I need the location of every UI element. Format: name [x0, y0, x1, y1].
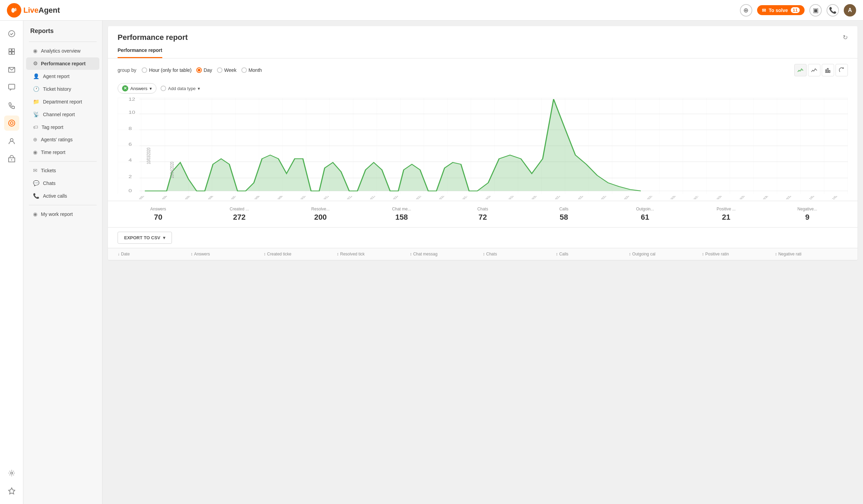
svg-text:10: 10 — [129, 110, 135, 115]
date-label: 10/13 — [368, 196, 374, 199]
sort-arrow-chat-messages: ↕ — [410, 252, 412, 256]
chats-icon: 💬 — [33, 180, 40, 186]
nav-item-settings[interactable] — [4, 465, 19, 481]
stat-resolved: Resolve... 200 — [280, 207, 361, 222]
date-label: 10/16 — [437, 196, 443, 199]
radio-week[interactable]: Week — [217, 67, 237, 73]
sidebar-item-performance-report[interactable]: ⚙ Performance report — [26, 57, 99, 70]
sidebar-item-agents-ratings[interactable]: ⊕ Agents' ratings — [26, 133, 99, 146]
sort-arrow-outgoing: ↕ — [629, 252, 631, 256]
export-csv-button[interactable]: EXPORT TO CSV ▾ — [118, 232, 172, 244]
table-header-row: ↓ Date ↕ Answers ↕ Created ticke ↕ Resol… — [108, 248, 857, 260]
col-outgoing-label: Outgoing cal — [632, 252, 655, 256]
radio-group: Hour (only for table) Day Week — [142, 67, 262, 73]
to-solve-button[interactable]: ✉ To solve 11 — [757, 5, 805, 15]
chart-area-btn[interactable] — [794, 64, 807, 76]
radio-hour[interactable]: Hour (only for table) — [142, 67, 192, 73]
sort-arrow-negative: ↕ — [775, 252, 777, 256]
answers-chip-remove[interactable]: ✕ — [122, 85, 128, 91]
stat-calls-value: 58 — [523, 213, 604, 222]
chart-line-btn[interactable] — [808, 64, 820, 76]
nav-item-company[interactable] — [4, 151, 19, 166]
user-avatar[interactable]: A — [844, 4, 856, 17]
sort-arrow-chats: ↕ — [483, 252, 485, 256]
report-title: Performance report — [118, 33, 188, 42]
tab-performance[interactable]: Performance report — [118, 43, 162, 58]
radio-month[interactable]: Month — [241, 67, 262, 73]
table-col-calls[interactable]: ↕ Calls — [556, 252, 629, 256]
sidebar-item-agent-report[interactable]: 👤 Agent report — [26, 70, 99, 83]
svg-point-10 — [9, 120, 15, 126]
stat-negative-value: 9 — [767, 213, 848, 222]
calls-button[interactable]: 📞 — [827, 4, 839, 17]
chart-svg: 12 10 8 6 4 2 0 — [118, 98, 848, 194]
date-label: 10/28 — [715, 196, 721, 199]
refresh-button[interactable]: ↻ — [843, 34, 848, 41]
radio-day[interactable]: Day — [196, 67, 212, 73]
group-by-label: group by — [118, 67, 136, 73]
sidebar-item-department-report[interactable]: 📁 Department report — [26, 96, 99, 108]
col-created-label: Created ticke — [267, 252, 292, 256]
table-col-outgoing[interactable]: ↕ Outgoing cal — [629, 252, 702, 256]
add-data-chip[interactable]: Add data type ▾ — [161, 86, 200, 91]
table-col-date[interactable]: ↓ Date — [118, 252, 190, 256]
table-col-positive[interactable]: ↕ Positive ratin — [702, 252, 775, 256]
channel-icon: 📡 — [33, 111, 40, 118]
nav-item-email[interactable] — [4, 62, 19, 77]
svg-text:8: 8 — [129, 126, 132, 131]
date-label: 10/22 — [576, 196, 582, 199]
svg-text:2: 2 — [129, 174, 132, 179]
radio-hour-circle — [142, 67, 147, 73]
table-col-resolved[interactable]: ↕ Resolved tick — [337, 252, 409, 256]
answers-chip[interactable]: ✕ Answers ▾ — [118, 83, 156, 94]
nav-item-phone[interactable] — [4, 98, 19, 113]
stat-chats-value: 72 — [442, 213, 523, 222]
stat-chats: Chats 72 — [442, 207, 523, 222]
nav-item-contacts[interactable] — [4, 133, 19, 149]
table-col-created[interactable]: ↕ Created ticke — [264, 252, 337, 256]
date-label: 10/17 — [461, 196, 467, 199]
sidebar-title: Reports — [23, 28, 102, 39]
add-data-arrow: ▾ — [198, 86, 200, 91]
date-label: 10/15 — [414, 196, 420, 199]
header-actions: ⊕ ✉ To solve 11 ▣ 📞 A — [740, 4, 856, 17]
svg-point-1 — [11, 8, 15, 13]
radio-week-label: Week — [224, 67, 237, 73]
tag-icon: 🏷 — [33, 124, 38, 130]
add-button[interactable]: ⊕ — [740, 4, 752, 17]
table-col-negative[interactable]: ↕ Negative rati — [775, 252, 848, 256]
sidebar-item-chats[interactable]: 💬 Chats — [26, 177, 99, 189]
stat-outgoing-value: 61 — [604, 213, 686, 222]
sidebar-item-channel-report[interactable]: 📡 Channel report — [26, 108, 99, 121]
tag-label: Tag report — [42, 124, 63, 130]
data-type-row: ✕ Answers ▾ Add data type ▾ — [108, 82, 857, 98]
notifications-button[interactable]: ▣ — [809, 4, 822, 17]
nav-item-reports[interactable] — [4, 116, 19, 131]
sidebar-item-tag-report[interactable]: 🏷 Tag report — [26, 121, 99, 133]
sidebar-item-ticket-history[interactable]: 🕐 Ticket history — [26, 83, 99, 95]
col-negative-label: Negative rati — [778, 252, 801, 256]
sidebar-item-analytics-overview[interactable]: ◉ Analytics overview — [26, 45, 99, 57]
report-header: Performance report ↻ — [108, 26, 857, 42]
sidebar-item-tickets[interactable]: ✉ Tickets — [26, 164, 99, 177]
nav-item-chat[interactable] — [4, 80, 19, 95]
dept-icon: 📁 — [33, 99, 40, 105]
date-label: 10/12 — [345, 196, 351, 199]
sidebar-item-my-work-report[interactable]: ◉ My work report — [26, 208, 99, 220]
chart-bar-btn[interactable] — [822, 64, 834, 76]
nav-item-star[interactable] — [4, 483, 19, 498]
sidebar: Reports ◉ Analytics overview ⚙ Performan… — [23, 21, 102, 504]
nav-item-dashboard[interactable] — [4, 44, 19, 59]
nav-item-check[interactable] — [4, 26, 19, 41]
sidebar-item-time-report[interactable]: ◉ Time report — [26, 146, 99, 158]
sort-arrow-created: ↕ — [264, 252, 266, 256]
table-col-answers[interactable]: ↕ Answers — [190, 252, 263, 256]
chart-refresh-btn[interactable] — [835, 64, 848, 76]
table-col-chats[interactable]: ↕ Chats — [483, 252, 556, 256]
table-col-chat-messages[interactable]: ↕ Chat messag — [410, 252, 483, 256]
svg-text:0: 0 — [129, 188, 132, 193]
to-solve-label: To solve — [769, 8, 788, 13]
date-label: 10/19 — [507, 196, 513, 199]
sidebar-item-active-calls[interactable]: 📞 Active calls — [26, 190, 99, 202]
time-label: Time report — [41, 150, 65, 155]
